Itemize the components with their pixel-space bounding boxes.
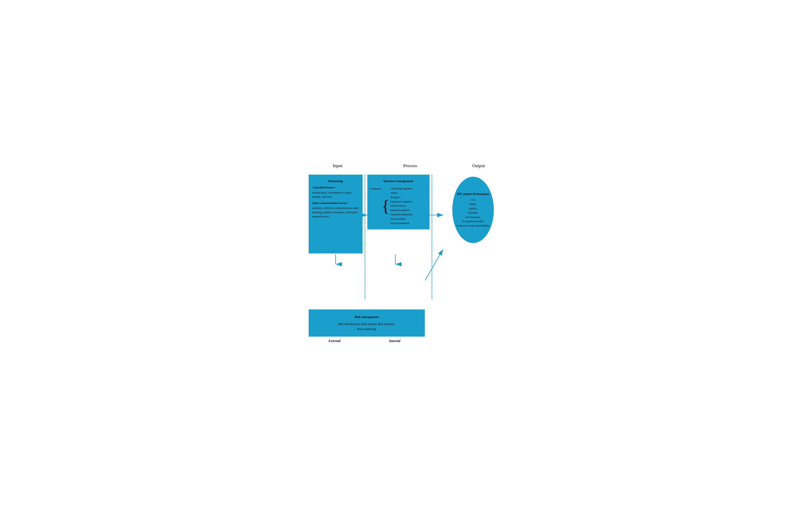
contractor-row: Contractor { consulting engineers client… bbox=[370, 187, 427, 225]
contractor-label: Contractor bbox=[370, 187, 382, 191]
external-label: External bbox=[309, 339, 361, 343]
attitudinal-text: mutual goals, commitments, equity, attit… bbox=[312, 191, 359, 199]
attitudinal-heading: Attitudinal factors: bbox=[312, 186, 359, 190]
output-ellipse: EPC project Performance Cost, Safety, Qu… bbox=[452, 177, 494, 243]
partnering-box: Partnering Attitudinal factors: mutual g… bbox=[309, 175, 363, 253]
process-header: Process bbox=[379, 163, 441, 168]
internal-label: Internal bbox=[365, 339, 425, 343]
partnering-title: Partnering bbox=[312, 179, 359, 183]
list-item: equipment suppliers bbox=[391, 200, 413, 204]
list-item: local government bbox=[391, 221, 413, 225]
list-item: clients bbox=[391, 191, 413, 195]
list-item: local residents bbox=[391, 217, 413, 221]
full-diagram: Partnering Attitudinal factors: mutual g… bbox=[309, 175, 512, 343]
risk-box-container: Risk management Risk identification, Ris… bbox=[309, 309, 425, 337]
communication-heading: Open communication factors: bbox=[312, 201, 359, 205]
interface-box: Interface management Contractor { consul… bbox=[367, 175, 429, 229]
spacer bbox=[309, 299, 512, 309]
interface-title: Interface management bbox=[370, 179, 427, 183]
list-item: financial institutions bbox=[391, 213, 413, 217]
communication-text: openness, effective communication, team … bbox=[312, 206, 359, 219]
diagram-wrapper: Input Process Output Partnering Attitudi… bbox=[304, 155, 508, 355]
epc-title: EPC project Performance bbox=[457, 192, 489, 196]
list-item: designers bbox=[391, 195, 413, 200]
output-header: Output bbox=[456, 163, 502, 168]
dashed-line-left bbox=[365, 175, 365, 299]
risk-box: Risk management Risk identification, Ris… bbox=[309, 309, 425, 337]
output-column: EPC project Performance Cost, Safety, Qu… bbox=[434, 175, 512, 243]
column-headers: Input Process Output bbox=[309, 163, 504, 168]
list-item: material suppliers bbox=[391, 208, 413, 213]
brace-symbol: { bbox=[382, 198, 390, 214]
epc-items: Cost, Safety, Quality, Schedule, Environ… bbox=[456, 198, 490, 228]
interface-list: consulting engineers clients designers e… bbox=[391, 187, 413, 225]
input-header: Input bbox=[311, 163, 365, 168]
risk-text1: Risk identification, Risk analysis, Risk… bbox=[313, 322, 420, 327]
list-item: subcontractors bbox=[391, 204, 413, 208]
risk-title: Risk management bbox=[313, 314, 420, 320]
risk-text2: Risk monitoring bbox=[313, 327, 420, 332]
dashed-line-right bbox=[431, 175, 432, 299]
footer-labels: External Internal bbox=[309, 339, 425, 343]
list-item: consulting engineers bbox=[391, 187, 413, 191]
